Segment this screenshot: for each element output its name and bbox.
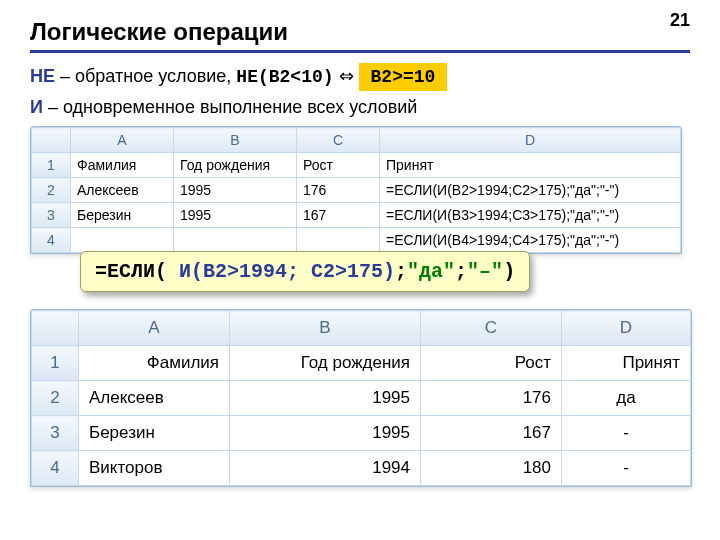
col-A[interactable]: A — [71, 128, 174, 153]
kw-not: НЕ — [30, 66, 55, 86]
row-2[interactable]: 2 — [32, 381, 79, 416]
line-and-text: – одновременное выполнение всех условий — [43, 97, 417, 117]
cell[interactable]: 1995 — [230, 381, 421, 416]
cell[interactable]: =ЕСЛИ(И(B3>1994;C3>175);"да";"-") — [380, 203, 681, 228]
col-B[interactable]: B — [230, 311, 421, 346]
line-not-text: – обратное условие, — [55, 66, 236, 86]
cell[interactable]: 167 — [297, 203, 380, 228]
cell[interactable]: Березин — [79, 416, 230, 451]
cell[interactable]: Год рождения — [174, 153, 297, 178]
cell[interactable]: Березин — [71, 203, 174, 228]
page-title: Логические операции — [30, 18, 690, 46]
cell[interactable] — [71, 228, 174, 253]
cell[interactable]: Фамилия — [71, 153, 174, 178]
code-not: НЕ(B2<10) — [236, 67, 333, 87]
badge-b2ge10: B2>=10 — [359, 63, 448, 91]
cell[interactable]: Рост — [421, 346, 562, 381]
cell[interactable]: 176 — [297, 178, 380, 203]
cell[interactable]: 1994 — [230, 451, 421, 486]
col-B[interactable]: B — [174, 128, 297, 153]
f-p6: "–" — [467, 260, 503, 283]
kw-and: И — [30, 97, 43, 117]
cell[interactable]: - — [562, 416, 691, 451]
row-3[interactable]: 3 — [32, 203, 71, 228]
cell[interactable]: Алексеев — [71, 178, 174, 203]
f-p2: И(B2>1994; C2>175) — [167, 260, 395, 283]
cell[interactable]: Рост — [297, 153, 380, 178]
f-p4: "да" — [407, 260, 455, 283]
col-C[interactable]: C — [297, 128, 380, 153]
cell[interactable]: 1995 — [230, 416, 421, 451]
line-and: И – одновременное выполнение всех услови… — [30, 97, 690, 118]
formula-callout: =ЕСЛИ( И(B2>1994; C2>175);"да";"–") — [80, 251, 530, 292]
cell[interactable]: Принят — [562, 346, 691, 381]
f-p7: ) — [503, 260, 515, 283]
cell[interactable]: да — [562, 381, 691, 416]
cell[interactable]: Принят — [380, 153, 681, 178]
col-D[interactable]: D — [380, 128, 681, 153]
col-A[interactable]: A — [79, 311, 230, 346]
cell[interactable]: 180 — [421, 451, 562, 486]
row-3[interactable]: 3 — [32, 416, 79, 451]
sel-all-corner[interactable] — [32, 311, 79, 346]
row-1[interactable]: 1 — [32, 346, 79, 381]
row-2[interactable]: 2 — [32, 178, 71, 203]
cell[interactable]: Викторов — [79, 451, 230, 486]
sel-all-corner[interactable] — [32, 128, 71, 153]
cell[interactable]: Год рождения — [230, 346, 421, 381]
col-C[interactable]: C — [421, 311, 562, 346]
row-1[interactable]: 1 — [32, 153, 71, 178]
cell[interactable]: 176 — [421, 381, 562, 416]
cell[interactable]: 167 — [421, 416, 562, 451]
cell[interactable] — [297, 228, 380, 253]
cell[interactable]: - — [562, 451, 691, 486]
spreadsheet-results: A B C D 1 Фамилия Год рождения Рост Прин… — [30, 309, 692, 487]
cell[interactable] — [174, 228, 297, 253]
cell[interactable]: 1995 — [174, 203, 297, 228]
cell[interactable]: =ЕСЛИ(И(B4>1994;C4>175);"да";"-") — [380, 228, 681, 253]
f-p1: =ЕСЛИ( — [95, 260, 167, 283]
f-p3: ; — [395, 260, 407, 283]
col-D[interactable]: D — [562, 311, 691, 346]
cell[interactable]: Алексеев — [79, 381, 230, 416]
page-number: 21 — [670, 10, 690, 31]
line-not: НЕ – обратное условие, НЕ(B2<10) ⇔ B2>=1… — [30, 63, 690, 91]
row-4[interactable]: 4 — [32, 228, 71, 253]
cell[interactable]: 1995 — [174, 178, 297, 203]
f-p5: ; — [455, 260, 467, 283]
spreadsheet-formulas: A B C D 1 Фамилия Год рождения Рост Прин… — [30, 126, 682, 254]
arrows: ⇔ — [334, 66, 359, 86]
title-divider — [30, 50, 690, 53]
cell[interactable]: =ЕСЛИ(И(B2>1994;C2>175);"да";"-") — [380, 178, 681, 203]
row-4[interactable]: 4 — [32, 451, 79, 486]
cell[interactable]: Фамилия — [79, 346, 230, 381]
